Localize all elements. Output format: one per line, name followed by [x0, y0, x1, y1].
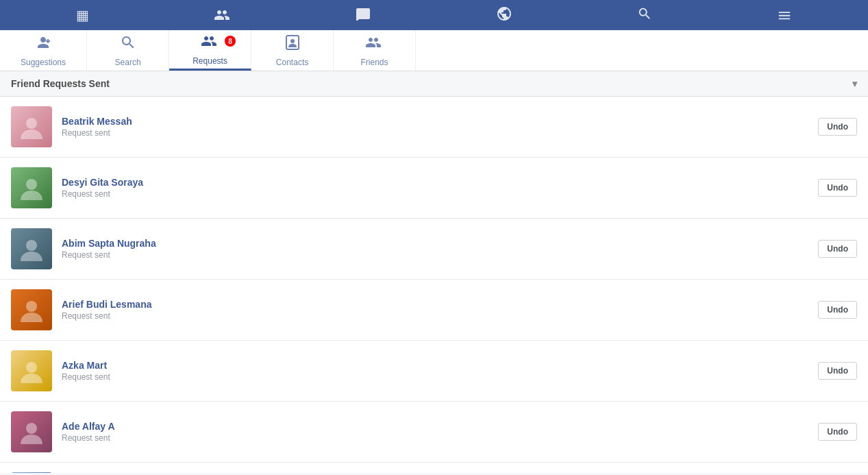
requests-tab-icon [201, 33, 220, 53]
undo-button[interactable]: Undo [818, 362, 857, 380]
request-name[interactable]: Arief Budi Lesmana [62, 299, 818, 310]
svg-point-7 [26, 423, 37, 434]
avatar [11, 228, 52, 269]
request-status: Request sent [62, 189, 818, 199]
chevron-down-icon[interactable]: ▾ [852, 78, 857, 89]
list-item: Abim Sapta Nugraha Request sent Undo [0, 219, 868, 280]
request-status: Request sent [62, 250, 818, 260]
tab-friends[interactable]: Friends [334, 30, 416, 71]
friends-tab-icon [365, 34, 384, 55]
list-item: Ade Alfay A Request sent Undo [0, 402, 868, 463]
friends-tab-label: Friends [361, 58, 388, 67]
request-list: Beatrik Messah Request sent Undo Desyi G… [0, 97, 868, 473]
request-status: Request sent [62, 372, 818, 382]
request-name[interactable]: Abim Sapta Nugraha [62, 238, 818, 249]
list-item: Anggia Sihombing Request sent Undo [0, 463, 868, 473]
friends-nav-icon[interactable] [203, 1, 241, 29]
request-status: Request sent [62, 311, 818, 321]
home-icon[interactable]: ▦ [65, 1, 100, 29]
avatar [11, 350, 52, 391]
sub-nav: Suggestions Search 8 Requests Contacts F… [0, 30, 868, 71]
request-status: Request sent [62, 128, 818, 138]
request-info: Beatrik Messah Request sent [62, 116, 818, 138]
svg-point-4 [26, 240, 37, 251]
avatar [11, 289, 52, 330]
search-tab-icon [120, 34, 136, 55]
list-item: Arief Budi Lesmana Request sent Undo [0, 280, 868, 341]
request-info: Desyi Gita Soraya Request sent [62, 177, 818, 199]
suggestions-tab-icon [34, 34, 53, 55]
tab-search[interactable]: Search [87, 30, 169, 71]
top-nav: ▦ [0, 0, 868, 30]
request-name[interactable]: Beatrik Messah [62, 116, 818, 127]
list-item: Beatrik Messah Request sent Undo [0, 97, 868, 158]
request-info: Abim Sapta Nugraha Request sent [62, 238, 818, 260]
list-item: Desyi Gita Soraya Request sent Undo [0, 158, 868, 219]
requests-badge: 8 [225, 36, 236, 47]
menu-nav-icon[interactable] [766, 2, 803, 29]
avatar [11, 472, 52, 473]
request-name[interactable]: Desyi Gita Soraya [62, 177, 818, 188]
list-item: Azka Mart Request sent Undo [0, 341, 868, 402]
svg-point-3 [26, 179, 37, 190]
avatar [11, 167, 52, 208]
request-name[interactable]: Ade Alfay A [62, 421, 818, 432]
request-info: Azka Mart Request sent [62, 360, 818, 382]
request-info: Ade Alfay A Request sent [62, 421, 818, 443]
undo-button[interactable]: Undo [818, 179, 857, 197]
undo-button[interactable]: Undo [818, 301, 857, 319]
svg-point-6 [26, 362, 37, 373]
undo-button[interactable]: Undo [818, 118, 857, 136]
tab-contacts[interactable]: Contacts [251, 30, 334, 71]
svg-point-1 [290, 39, 295, 43]
contacts-tab-label: Contacts [276, 58, 308, 67]
suggestions-tab-label: Suggestions [21, 58, 66, 67]
section-header: Friend Requests Sent ▾ [0, 71, 868, 97]
tab-requests[interactable]: 8 Requests [169, 30, 251, 71]
tab-suggestions[interactable]: Suggestions [0, 30, 87, 71]
contacts-tab-icon [284, 34, 301, 55]
request-status: Request sent [62, 433, 818, 443]
undo-button[interactable]: Undo [818, 240, 857, 258]
request-name[interactable]: Azka Mart [62, 360, 818, 371]
section-title: Friend Requests Sent [11, 78, 110, 89]
globe-nav-icon[interactable] [485, 0, 523, 31]
svg-point-2 [26, 118, 37, 129]
messages-nav-icon[interactable] [344, 1, 382, 29]
requests-tab-label: Requests [193, 56, 227, 66]
avatar [11, 106, 52, 147]
svg-point-5 [26, 301, 37, 312]
search-nav-icon[interactable] [626, 1, 663, 30]
undo-button[interactable]: Undo [818, 423, 857, 441]
request-info: Arief Budi Lesmana Request sent [62, 299, 818, 321]
avatar [11, 411, 52, 452]
search-tab-label: Search [115, 58, 141, 67]
